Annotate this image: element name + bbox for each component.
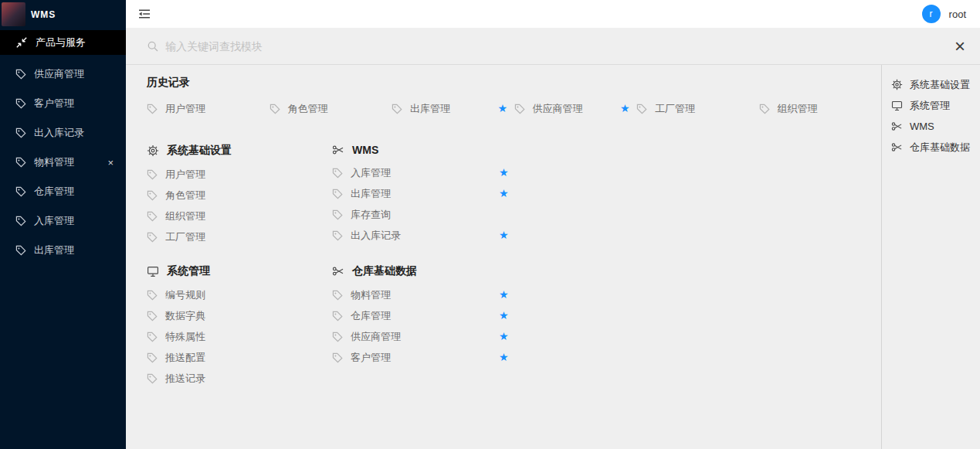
search-icon xyxy=(147,40,158,52)
module-item[interactable]: 推送配置 xyxy=(147,347,336,368)
favorite-star-icon[interactable]: ★ xyxy=(499,310,509,321)
tag-icon xyxy=(15,186,26,197)
tag-icon xyxy=(147,211,158,222)
module-item-label: 特殊属性 xyxy=(165,330,205,344)
module-item-label: 仓库管理 xyxy=(351,309,391,323)
favorite-star-icon[interactable]: ★ xyxy=(499,230,509,240)
tag-icon xyxy=(332,189,343,199)
module-item[interactable]: 物料管理 ★ xyxy=(332,284,521,305)
tag-icon xyxy=(332,290,343,301)
tag-icon xyxy=(332,332,343,342)
sidebar-item-label: 客户管理 xyxy=(34,97,74,111)
tag-icon xyxy=(15,69,26,80)
history-item[interactable]: 组织管理 xyxy=(759,102,882,116)
module-item-label: 物料管理 xyxy=(351,288,391,302)
quick-nav-item[interactable]: 仓库基础数据 xyxy=(891,137,980,158)
favorite-star-icon[interactable]: ★ xyxy=(499,167,509,178)
module-item[interactable]: 组织管理 xyxy=(147,206,336,226)
close-overlay-icon[interactable]: × xyxy=(951,39,968,54)
history-item-label: 用户管理 xyxy=(165,102,205,116)
gear-icon xyxy=(147,145,159,157)
sidebar-item-inout-records[interactable]: 出入库记录 xyxy=(0,118,126,148)
tag-icon xyxy=(332,352,343,363)
module-item[interactable]: 仓库管理 ★ xyxy=(332,305,521,326)
module-item-label: 组织管理 xyxy=(165,209,205,223)
module-item[interactable]: 编号规则 xyxy=(147,284,336,305)
scissors-icon xyxy=(891,141,903,153)
tag-icon xyxy=(15,157,26,168)
sidebar-item-customer-mgmt[interactable]: 客户管理 xyxy=(0,89,126,118)
history-item-label: 供应商管理 xyxy=(533,102,583,116)
tag-icon xyxy=(15,216,26,226)
favorite-star-icon[interactable]: ★ xyxy=(498,103,508,114)
module-item[interactable]: 角色管理 xyxy=(147,185,336,206)
module-item-label: 用户管理 xyxy=(165,168,205,182)
sidebar-item-label: 物料管理 xyxy=(34,155,74,169)
tag-icon xyxy=(147,373,158,384)
module-item-label: 库存查询 xyxy=(351,208,391,222)
module-item-label: 工厂管理 xyxy=(165,230,205,244)
history-item[interactable]: 出库管理 xyxy=(392,102,514,116)
module-search-input[interactable] xyxy=(165,40,944,53)
topbar-user[interactable]: r root xyxy=(922,5,966,23)
module-item[interactable]: 库存查询 xyxy=(332,204,521,225)
module-content: 历史记录 用户管理 角色管理 出库管理 ★ xyxy=(126,65,881,449)
tag-icon xyxy=(147,311,158,321)
topbar: r root xyxy=(126,0,980,28)
module-item-label: 数据字典 xyxy=(165,309,205,323)
tag-icon xyxy=(147,332,158,342)
module-item[interactable]: 供应商管理 ★ xyxy=(332,326,521,347)
module-item[interactable]: 数据字典 xyxy=(147,305,336,326)
module-item-label: 编号规则 xyxy=(165,288,205,302)
main-area: r root × 历史记录 用户管理 角色管理 xyxy=(126,0,980,449)
module-search-overlay: × 历史记录 用户管理 角色管理 出库管理 xyxy=(126,28,980,449)
close-icon[interactable]: × xyxy=(107,157,114,168)
favorite-star-icon[interactable]: ★ xyxy=(499,188,509,199)
module-item[interactable]: 出库管理 ★ xyxy=(332,183,521,204)
quick-nav-label: 系统基础设置 xyxy=(910,78,970,92)
favorite-star-icon[interactable]: ★ xyxy=(499,331,509,342)
menu-fold-icon[interactable] xyxy=(137,9,151,19)
module-item[interactable]: 出入库记录 ★ xyxy=(332,225,521,246)
tag-icon xyxy=(147,232,158,243)
history-item[interactable]: ★ 供应商管理 xyxy=(514,102,637,116)
section-title: 系统管理 xyxy=(167,264,210,278)
module-item[interactable]: 特殊属性 xyxy=(147,326,336,347)
tag-icon xyxy=(514,104,525,114)
favorite-star-icon[interactable]: ★ xyxy=(620,103,630,114)
user-avatar[interactable]: r xyxy=(922,5,941,23)
history-item[interactable]: 用户管理 xyxy=(147,102,270,116)
tag-icon xyxy=(147,290,158,301)
sidebar-item-label: 出入库记录 xyxy=(34,126,84,140)
module-item[interactable]: 推送记录 xyxy=(147,368,336,389)
category-quick-nav: 系统基础设置 系统管理 WMS 仓库基础数据 xyxy=(881,65,980,449)
module-item-label: 出入库记录 xyxy=(351,229,401,243)
quick-nav-item[interactable]: 系统管理 xyxy=(891,95,980,116)
user-name: root xyxy=(949,9,966,20)
module-search-row: × xyxy=(126,28,980,65)
sidebar-item-inbound-mgmt[interactable]: 入库管理 xyxy=(0,206,126,236)
section-title: WMS xyxy=(352,144,378,156)
module-item-label: 推送记录 xyxy=(165,372,205,386)
module-item[interactable]: 用户管理 xyxy=(147,164,336,185)
history-item[interactable]: ★ 工厂管理 xyxy=(636,102,759,116)
sidebar-item-products-services[interactable]: 产品与服务 xyxy=(0,30,126,55)
favorite-star-icon[interactable]: ★ xyxy=(499,289,509,300)
tag-icon xyxy=(332,209,343,220)
quick-nav-item[interactable]: WMS xyxy=(891,116,980,137)
app-sidebar: WMS 产品与服务 供应商管理 客户管理 出入库记录 物料管理 × 仓库管理 xyxy=(0,0,126,449)
gear-icon xyxy=(891,79,903,90)
sidebar-item-outbound-mgmt[interactable]: 出库管理 xyxy=(0,236,126,265)
tag-icon xyxy=(15,245,26,256)
sidebar-item-material-mgmt[interactable]: 物料管理 × xyxy=(0,148,126,177)
tag-icon xyxy=(147,104,158,114)
quick-nav-item[interactable]: 系统基础设置 xyxy=(891,74,980,95)
module-item[interactable]: 工厂管理 xyxy=(147,226,336,247)
module-item[interactable]: 入库管理 ★ xyxy=(332,162,521,183)
monitor-icon xyxy=(891,100,903,111)
history-item[interactable]: 角色管理 xyxy=(270,102,392,116)
sidebar-item-warehouse-mgmt[interactable]: 仓库管理 xyxy=(0,177,126,206)
favorite-star-icon[interactable]: ★ xyxy=(499,352,509,362)
module-item[interactable]: 客户管理 ★ xyxy=(332,347,521,368)
sidebar-item-supplier-mgmt[interactable]: 供应商管理 xyxy=(0,60,126,89)
